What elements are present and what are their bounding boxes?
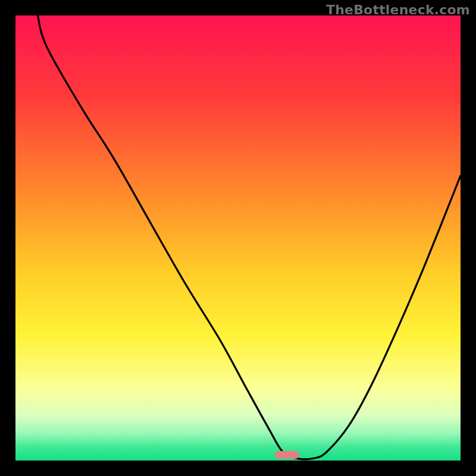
plot-area: [15, 15, 461, 461]
bottleneck-curve: [15, 15, 461, 461]
optimal-marker: [275, 451, 299, 459]
chart-frame: TheBottleneck.com: [0, 0, 476, 476]
watermark-label: TheBottleneck.com: [326, 2, 470, 17]
